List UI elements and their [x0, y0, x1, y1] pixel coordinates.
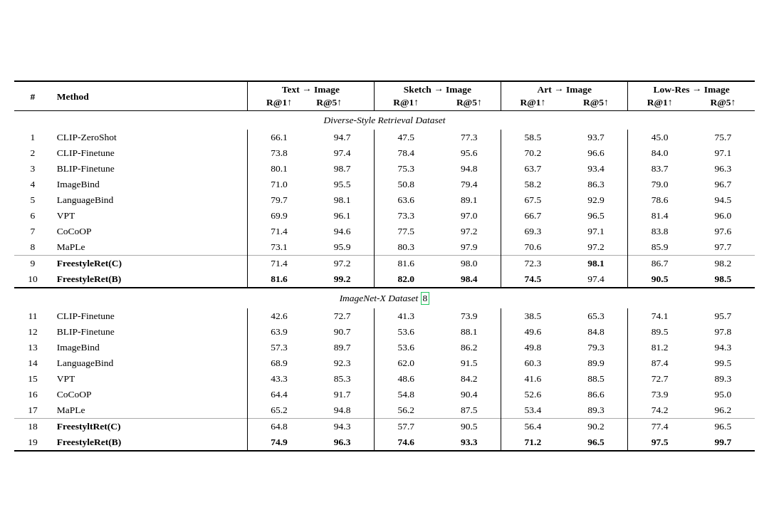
table-cell: 97.2 [437, 224, 501, 239]
table-cell: 73.3 [374, 208, 437, 224]
table-cell: 89.1 [437, 192, 501, 208]
table-cell: 98.1 [565, 256, 628, 271]
table-row: 3BLIP-Finetune80.198.775.394.863.793.483… [14, 161, 755, 177]
table-cell: 65.3 [565, 308, 628, 324]
table-cell: 90.7 [310, 324, 374, 340]
table-cell: 91.5 [437, 355, 501, 371]
table-cell: 89.7 [310, 340, 374, 355]
table-cell: 9 [14, 256, 51, 271]
col-t-r5: R@5↑ [310, 96, 374, 111]
table-cell: 97.4 [310, 145, 374, 161]
method-cell: VPT [51, 371, 247, 387]
table-row: 6VPT69.996.173.397.066.796.581.496.0 [14, 208, 755, 224]
table-cell: 96.3 [691, 161, 755, 177]
table-cell: 96.6 [565, 145, 628, 161]
table-cell: 7 [14, 224, 51, 239]
table-cell: 93.3 [437, 434, 501, 451]
table-cell: 71.4 [247, 256, 310, 271]
table-cell: 17 [14, 402, 51, 419]
table-cell: 72.7 [628, 371, 691, 387]
table-cell: 54.8 [374, 387, 437, 402]
table-cell: 78.4 [374, 145, 437, 161]
table-cell: 97.2 [565, 239, 628, 256]
table-cell: 79.7 [247, 192, 310, 208]
table-cell: 77.5 [374, 224, 437, 239]
col-method: Method [51, 81, 247, 111]
method-cell: CoCoOP [51, 224, 247, 239]
table-cell: 99.5 [691, 355, 755, 371]
table-cell: 95.7 [691, 308, 755, 324]
table-cell: 53.6 [374, 324, 437, 340]
table-cell: 53.6 [374, 340, 437, 355]
table-cell: 85.9 [628, 239, 691, 256]
table-cell: 98.5 [691, 271, 755, 288]
table-cell: 1 [14, 130, 51, 145]
table-cell: 52.6 [501, 387, 565, 402]
table-cell: 98.2 [691, 256, 755, 271]
table-cell: 98.7 [310, 161, 374, 177]
section1-label: Diverse-Style Retrieval Dataset [14, 111, 755, 130]
table-cell: 95.0 [691, 387, 755, 402]
table-cell: 96.5 [691, 419, 755, 434]
table-cell: 60.3 [501, 355, 565, 371]
table-cell: 74.1 [628, 308, 691, 324]
table-cell: 43.3 [247, 371, 310, 387]
table-cell: 58.5 [501, 130, 565, 145]
table-cell: 83.7 [628, 161, 691, 177]
table-cell: 86.2 [437, 340, 501, 355]
ref-box: 8 [421, 292, 430, 305]
table-row: 2CLIP-Finetune73.897.478.495.670.296.684… [14, 145, 755, 161]
table-cell: 67.5 [501, 192, 565, 208]
table-cell: 3 [14, 161, 51, 177]
table-cell: 90.4 [437, 387, 501, 402]
table-row: 18FreestyltRet(C)64.894.357.790.556.490.… [14, 419, 755, 434]
table-cell: 69.9 [247, 208, 310, 224]
table-cell: 94.6 [310, 224, 374, 239]
method-cell: MaPLe [51, 402, 247, 419]
table-cell: 97.9 [437, 239, 501, 256]
table-cell: 95.5 [310, 177, 374, 192]
table-cell: 5 [14, 192, 51, 208]
table-row: 13ImageBind57.389.753.686.249.879.381.29… [14, 340, 755, 355]
table-cell: 90.2 [565, 419, 628, 434]
method-cell: LanguageBind [51, 192, 247, 208]
table-cell: 90.5 [437, 419, 501, 434]
table-cell: 93.7 [565, 130, 628, 145]
table-cell: 97.7 [691, 239, 755, 256]
col-lowres-image: Low-Res → Image [628, 81, 755, 96]
method-cell: FreestyleRet(B) [51, 271, 247, 288]
col-l-r5: R@5↑ [691, 96, 755, 111]
table-cell: 97.1 [691, 145, 755, 161]
table-cell: 66.1 [247, 130, 310, 145]
table-cell: 15 [14, 371, 51, 387]
table-cell: 94.5 [691, 192, 755, 208]
table-cell: 70.2 [501, 145, 565, 161]
table-cell: 87.4 [628, 355, 691, 371]
table-cell: 96.0 [691, 208, 755, 224]
table-cell: 89.3 [565, 402, 628, 419]
table-cell: 74.9 [247, 434, 310, 451]
table-cell: 66.7 [501, 208, 565, 224]
col-text-image: Text → Image [247, 81, 374, 96]
table-row: 10FreestyleRet(B)81.699.282.098.474.597.… [14, 271, 755, 288]
table-cell: 86.7 [628, 256, 691, 271]
table-cell: 2 [14, 145, 51, 161]
table-cell: 63.7 [501, 161, 565, 177]
table-cell: 71.0 [247, 177, 310, 192]
table-cell: 84.2 [437, 371, 501, 387]
table-cell: 97.6 [691, 224, 755, 239]
col-hash: # [14, 81, 51, 111]
table-cell: 91.7 [310, 387, 374, 402]
table-cell: 11 [14, 308, 51, 324]
table-cell: 73.9 [628, 387, 691, 402]
table-cell: 97.5 [628, 434, 691, 451]
method-cell: VPT [51, 208, 247, 224]
section1-header: Diverse-Style Retrieval Dataset [14, 111, 755, 130]
table-cell: 38.5 [501, 308, 565, 324]
col-sketch-image: Sketch → Image [374, 81, 501, 96]
table-cell: 14 [14, 355, 51, 371]
table-cell: 98.1 [310, 192, 374, 208]
method-cell: CLIP-ZeroShot [51, 130, 247, 145]
table-cell: 10 [14, 271, 51, 288]
table-container: # Method Text → Image Sketch → Image Art… [14, 80, 755, 452]
